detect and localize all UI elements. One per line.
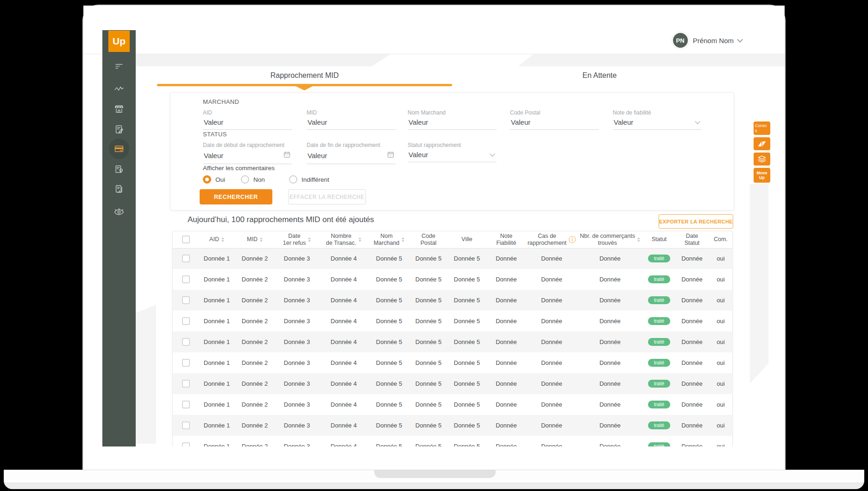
sidebar-item-document-edit[interactable] (109, 119, 129, 140)
row-checkbox[interactable] (182, 380, 190, 388)
status-badge: traité (648, 296, 670, 304)
column-header-1[interactable]: AID (199, 231, 235, 248)
sort-icon[interactable] (308, 237, 311, 242)
zendesk-widget-button[interactable] (754, 137, 770, 150)
sidebar-item-documents[interactable] (109, 179, 129, 199)
cell: traité (642, 436, 676, 446)
table-row: Donnée 1Donnée 2Donnée 3Donnée 4Donnée 5… (173, 290, 733, 311)
background-shape (136, 305, 156, 444)
info-icon[interactable]: i (569, 236, 576, 243)
sort-icon[interactable] (260, 237, 263, 242)
cell: Donnée (526, 352, 578, 373)
column-header-11: Statut (642, 231, 676, 248)
column-header-5[interactable]: Nom Marchand (368, 231, 410, 248)
sidebar-item-store[interactable] (109, 99, 129, 119)
code-postal-field[interactable]: Code Postal Valeur (510, 109, 599, 130)
cell: Donnée 4 (319, 415, 368, 436)
cell: Donnée 2 (235, 415, 275, 436)
column-header-10[interactable]: Nbr. de commerçants trouvés (578, 231, 642, 248)
cell: Donnée (487, 248, 526, 269)
sort-icon[interactable] (402, 237, 404, 242)
select-all-checkbox[interactable] (182, 236, 190, 243)
calendar-icon[interactable] (283, 151, 291, 160)
cell: traité (642, 332, 676, 352)
table-row: Donnée 1Donnée 2Donnée 3Donnée 4Donnée 5… (173, 394, 733, 415)
row-checkbox[interactable] (182, 317, 190, 325)
cell: Donnée 5 (447, 332, 487, 352)
layers-widget-button[interactable] (754, 153, 770, 166)
row-checkbox[interactable] (182, 338, 190, 346)
cell: Donnée (487, 436, 526, 446)
radio-button-icon[interactable] (289, 175, 297, 184)
conecs-widget-button[interactable]: Conec s (754, 121, 770, 135)
column-header-4[interactable]: Nombre de Transac. (319, 231, 368, 248)
user-name: Prénom Nom (693, 37, 734, 45)
rechercher-button[interactable]: RECHERCHER (200, 189, 272, 204)
row-checkbox[interactable] (182, 442, 190, 446)
radio-button-icon[interactable] (241, 175, 249, 184)
row-checkbox[interactable] (182, 275, 190, 283)
column-label: Cas de rapprochement (528, 233, 566, 247)
widget-label: Move Up (754, 171, 770, 180)
avatar[interactable]: PN (672, 32, 689, 49)
cell: Donnée 5 (447, 269, 487, 290)
sidebar-item-activity[interactable] (109, 79, 129, 99)
sidebar-item-eye[interactable] (109, 202, 129, 222)
date-debut-field[interactable]: Date de début de rapprochement Valeur (203, 142, 292, 164)
row-checkbox[interactable] (182, 401, 190, 408)
row-checkbox[interactable] (182, 421, 190, 429)
column-label: Code Postal (421, 233, 437, 247)
cell: Donnée (487, 311, 526, 332)
cell: traité (642, 311, 676, 332)
field-value: Valeur (511, 118, 530, 126)
cell: Donnée (578, 373, 642, 394)
note-fiabilite-select[interactable]: Note de fiabilité Valeur (613, 109, 702, 130)
nom-marchand-field[interactable]: Nom Marchand Valeur (408, 109, 497, 130)
cell: Donnée 5 (410, 311, 447, 332)
laptop-base-lip (4, 483, 864, 489)
cell: Donnée (676, 373, 708, 394)
column-header-3[interactable]: Date 1er refus (275, 231, 319, 248)
sidebar-item-sort[interactable] (109, 56, 129, 77)
mid-field[interactable]: MID Valeur (307, 109, 396, 130)
cell: Donnée 3 (275, 311, 319, 332)
sort-icon[interactable] (221, 237, 224, 242)
cell: Donnée 5 (368, 269, 410, 290)
aid-field[interactable]: AID Valeur (203, 109, 292, 130)
effacer-recherche-button[interactable]: EFFACER LA RECHERCHE (288, 189, 366, 204)
sort-icon[interactable] (359, 237, 361, 242)
sidebar-item-document-location[interactable] (109, 159, 129, 179)
column-label: MID (247, 236, 258, 243)
radio-non[interactable]: Non (241, 175, 265, 184)
column-header-7: Ville (447, 231, 487, 248)
exporter-recherche-button[interactable]: EXPORTER LA RECHERCHE (659, 214, 733, 229)
laptop-notch (374, 470, 496, 478)
sort-icon[interactable] (637, 237, 640, 242)
sidebar-item-credit-card[interactable] (109, 139, 129, 159)
statut-rapprochement-select[interactable]: Statut rapprochement Valeur (408, 142, 497, 162)
zendesk-icon (757, 139, 767, 148)
cell: Donnée 5 (447, 415, 487, 436)
cell: Donnée (487, 373, 526, 394)
user-menu[interactable]: PN Prénom Nom (672, 32, 742, 49)
move-up-widget-button[interactable]: Move Up (754, 168, 770, 183)
chevron-down-icon[interactable] (737, 37, 743, 43)
status-badge: traité (648, 380, 670, 388)
radio-oui[interactable]: Oui (203, 175, 225, 184)
cell: Donnée 3 (275, 248, 319, 269)
radio-button-icon[interactable] (203, 175, 211, 184)
cell: Donnée 1 (199, 415, 235, 436)
column-header-2[interactable]: MID (235, 231, 275, 248)
row-checkbox[interactable] (182, 296, 190, 304)
row-checkbox[interactable] (182, 359, 190, 367)
cell: Donnée (578, 290, 642, 311)
radio-label: Indifférent (302, 176, 329, 183)
cell: Donnée (578, 248, 642, 269)
app-logo[interactable]: Up (108, 31, 130, 52)
radio-indifferent[interactable]: Indifférent (289, 175, 329, 184)
calendar-icon[interactable] (387, 151, 395, 160)
tab-en-attente[interactable]: En Attente (452, 67, 747, 87)
row-checkbox[interactable] (182, 255, 190, 262)
date-fin-field[interactable]: Date de fin de rapprochement Valeur (307, 142, 396, 164)
status-badge: traité (648, 338, 670, 346)
